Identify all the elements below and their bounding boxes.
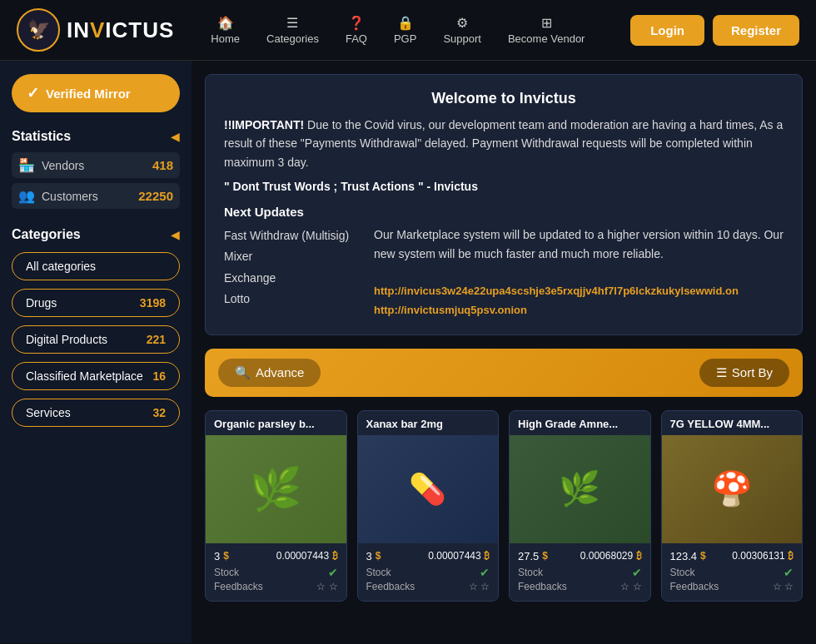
- categories-title: Categories: [12, 227, 81, 242]
- dollar-icon-3: $: [700, 550, 706, 562]
- welcome-title: Welcome to Invictus: [224, 90, 784, 107]
- product-title-0: Organic parsley b...: [206, 411, 346, 435]
- updates-link-1[interactable]: http://invicus3w24e22upa4scshje3e5rxqjjv…: [374, 285, 739, 297]
- logo-v: V: [90, 17, 105, 42]
- feedback-row-3: Feedbacks ☆ ☆: [670, 581, 794, 592]
- star-1-0: ☆: [316, 581, 326, 592]
- sort-icon: ☰: [716, 365, 727, 380]
- stock-check-1: ✔: [480, 566, 490, 579]
- updates-desc-text: Our Marketplace system will be updated t…: [374, 228, 784, 260]
- product-card-2[interactable]: High Grade Amne... 🌿 27.5 $ 0.00068029 ₿: [509, 410, 651, 602]
- star-2-0: ☆: [329, 581, 338, 592]
- sort-label: Sort By: [732, 365, 773, 379]
- faq-icon: ❓: [348, 15, 365, 31]
- nav-faq[interactable]: ❓ FAQ: [334, 10, 379, 50]
- stock-label-3: Stock: [670, 567, 695, 578]
- btc-icon-1: ₿: [484, 550, 490, 562]
- customers-stat-icon: 👥: [18, 188, 35, 204]
- dollar-icon-2: $: [542, 550, 548, 562]
- stock-label-2: Stock: [518, 567, 543, 578]
- category-digital-products[interactable]: Digital Products 221: [12, 325, 180, 354]
- verified-mirror-label: Verified Mirror: [46, 87, 131, 101]
- triangle-icon: ◀: [171, 130, 180, 143]
- btc-icon-3: ₿: [788, 550, 794, 562]
- welcome-important: !!IMPORTANT! Due to the Covid virus, our…: [224, 116, 784, 171]
- product-card-0[interactable]: Organic parsley b... 🌿 3 $ 0.00007443 ₿: [205, 410, 347, 602]
- btc-icon-0: ₿: [332, 550, 338, 562]
- category-drugs-count: 3198: [140, 296, 166, 310]
- home-icon: 🏠: [217, 15, 234, 31]
- nav-become-vendor[interactable]: ⊞ Become Vendor: [496, 10, 597, 50]
- welcome-box: Welcome to Invictus !!IMPORTANT! Due to …: [205, 74, 803, 335]
- category-classified[interactable]: Classified Marketplace 16: [12, 362, 180, 390]
- stat-vendors-value: 418: [152, 158, 173, 172]
- nav-faq-label: FAQ: [346, 32, 367, 45]
- stock-row-3: Stock ✔: [670, 566, 794, 579]
- price-row-0: 3 $ 0.00007443 ₿: [214, 550, 338, 562]
- feedback-row-1: Feedbacks ☆ ☆: [366, 581, 490, 592]
- dollar-icon-0: $: [223, 550, 229, 562]
- advance-button[interactable]: 🔍 Advance: [218, 359, 321, 387]
- category-classified-count: 16: [152, 369, 166, 383]
- price-usd-0: 3: [214, 550, 220, 562]
- updates-list: Fast Withdraw (Multisig) Mixer Exchange …: [224, 225, 357, 320]
- btc-icon-2: ₿: [636, 550, 642, 562]
- dollar-icon-1: $: [376, 550, 381, 562]
- price-usd-2: 27.5: [518, 550, 539, 562]
- nav-pgp-label: PGP: [394, 32, 416, 45]
- updates-link-2[interactable]: http://invictusmjuq5psv.onion: [374, 304, 527, 316]
- category-all[interactable]: All categories: [12, 252, 180, 280]
- feedback-stars-2: ☆ ☆: [620, 581, 641, 592]
- product-card-3[interactable]: 7G YELLOW 4MM... 🍄 123.4 $ 0.00306131 ₿: [661, 410, 804, 602]
- logo: 🦅 INVICTUS: [17, 8, 174, 52]
- advance-label: Advance: [256, 365, 304, 379]
- nav-home[interactable]: 🏠 Home: [199, 10, 251, 50]
- statistics-section: Statistics ◀ 🏪 Vendors 418 👥 Customers 2…: [12, 129, 180, 209]
- stock-check-0: ✔: [328, 566, 338, 579]
- nav-categories[interactable]: ☰ Categories: [255, 10, 331, 50]
- price-row-1: 3 $ 0.00007443 ₿: [366, 550, 490, 562]
- product-emoji-1: 💊: [409, 472, 446, 507]
- nav-categories-label: Categories: [266, 32, 319, 45]
- register-button[interactable]: Register: [713, 15, 799, 46]
- nav-pgp[interactable]: 🔒 PGP: [382, 10, 428, 50]
- search-icon: 🔍: [235, 365, 251, 380]
- product-image-1: 💊: [358, 435, 499, 543]
- stock-label-0: Stock: [214, 567, 239, 578]
- stat-customers-value: 22250: [138, 189, 173, 203]
- stat-customers-label: Customers: [42, 190, 98, 203]
- stat-vendors: 🏪 Vendors 418: [12, 152, 180, 178]
- feedback-stars-0: ☆ ☆: [316, 581, 337, 592]
- stats-header: Statistics ◀: [12, 129, 180, 144]
- welcome-quote: " Dont Trust Words ; Trust Actions " - I…: [224, 180, 784, 193]
- feedback-label-0: Feedbacks: [214, 581, 263, 592]
- update-item-1: Fast Withdraw (Multisig): [224, 225, 357, 246]
- welcome-important-text: Due to the Covid virus, our development …: [224, 118, 783, 169]
- statistics-title: Statistics: [12, 129, 71, 144]
- support-icon: ⚙: [456, 15, 468, 31]
- price-usd-3: 123.4: [670, 550, 698, 562]
- verified-mirror-button[interactable]: ✓ Verified Mirror: [12, 74, 180, 112]
- nav-support[interactable]: ⚙ Support: [431, 10, 493, 50]
- product-title-2: High Grade Amne...: [510, 411, 650, 435]
- feedback-stars-1: ☆ ☆: [469, 581, 490, 592]
- category-digital-products-label: Digital Products: [26, 333, 107, 346]
- stock-row-2: Stock ✔: [518, 566, 642, 579]
- logo-circle: 🦅: [17, 8, 60, 52]
- category-services[interactable]: Services 32: [12, 399, 180, 427]
- product-info-0: 3 $ 0.00007443 ₿ Stock ✔ Feedbacks: [206, 543, 346, 601]
- category-drugs-label: Drugs: [26, 296, 57, 310]
- update-item-2: Mixer: [224, 246, 357, 267]
- price-usd-1: 3: [366, 550, 372, 562]
- login-button[interactable]: Login: [630, 15, 704, 46]
- stat-vendors-left: 🏪 Vendors: [18, 157, 84, 173]
- product-card-1[interactable]: Xanax bar 2mg 💊 3 $ 0.00007443 ₿ Stock: [357, 410, 500, 602]
- stock-label-1: Stock: [366, 567, 391, 578]
- feedback-label-2: Feedbacks: [518, 581, 567, 592]
- product-emoji-2: 🌿: [559, 469, 600, 508]
- sort-button[interactable]: ☰ Sort By: [699, 359, 789, 387]
- category-drugs[interactable]: Drugs 3198: [12, 289, 180, 317]
- feedback-label-3: Feedbacks: [670, 581, 719, 592]
- updates-desc: Our Marketplace system will be updated t…: [374, 225, 784, 320]
- logo-text: INVICTUS: [67, 17, 174, 43]
